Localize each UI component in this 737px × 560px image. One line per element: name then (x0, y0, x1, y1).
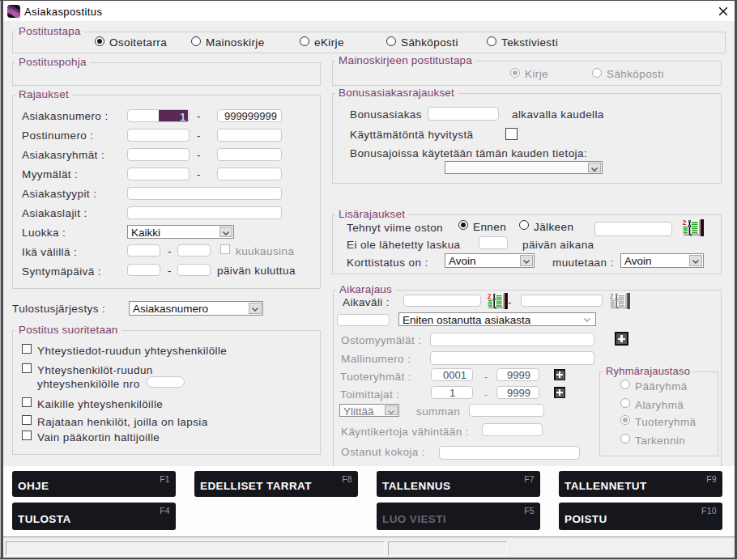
svg-text:2: 2 (610, 293, 614, 300)
svg-text:2: 2 (488, 293, 492, 300)
svg-text:2: 2 (683, 219, 687, 227)
